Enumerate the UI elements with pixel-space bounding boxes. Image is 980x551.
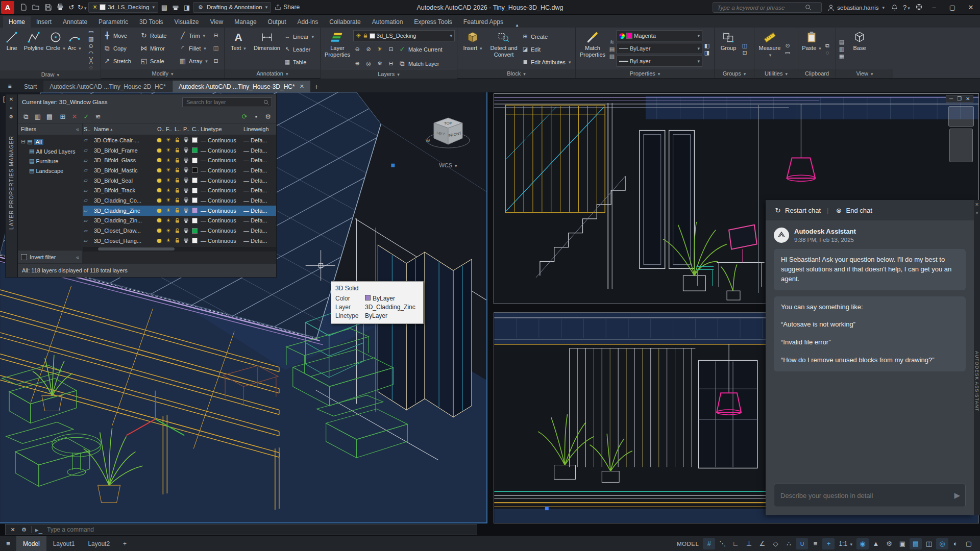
assistant-close-icon[interactable]: ✕ <box>975 202 979 207</box>
transparency-icon[interactable]: ◧ <box>703 43 710 48</box>
panel-label-groups[interactable]: Groups ▾ <box>715 69 754 78</box>
help-search-box[interactable] <box>713 2 822 13</box>
object-snap-tracking-icon[interactable]: ∴ <box>782 538 795 549</box>
panel-label-utilities[interactable]: Utilities ▾ <box>754 69 798 78</box>
scale-button[interactable]: ◱Scale <box>140 55 179 67</box>
view-cube[interactable]: W TOP LEFT FRONT WCS ▾ <box>424 111 473 178</box>
layer-lock-icon[interactable] <box>175 238 180 243</box>
base-view-button[interactable]: Base <box>846 29 873 69</box>
ribbon-tab-3d-tools[interactable]: 3D Tools <box>134 16 168 28</box>
layer-color-swatch[interactable] <box>192 137 198 143</box>
layer-plot-icon[interactable] <box>183 178 189 183</box>
panel-label-annotation[interactable]: Annotation ▾ <box>225 69 320 78</box>
layer-on-icon[interactable] <box>157 209 161 213</box>
layer-lock-icon[interactable] <box>175 167 180 173</box>
paste-button[interactable]: Paste ▾ <box>800 29 823 69</box>
filter-tree-item[interactable]: ⊟▤All <box>18 137 82 146</box>
layer-plot-icon[interactable] <box>183 167 189 173</box>
layout1-tab[interactable]: Layout1 <box>46 536 82 551</box>
help-icon[interactable]: ?▾ <box>902 4 911 11</box>
hatch-tool-icon[interactable]: ▨ <box>87 36 94 42</box>
layer-freeze-icon[interactable]: ☀ <box>166 197 171 204</box>
lineweight-display-icon[interactable]: ≡ <box>809 538 821 549</box>
ribbon-collapse-icon[interactable]: ▴ <box>513 23 521 28</box>
color-dropdown[interactable]: Magenta▾ <box>617 30 702 41</box>
create-block-button[interactable]: ⊞Create <box>522 30 571 43</box>
wcs-menu[interactable]: WCS ▾ <box>424 162 473 168</box>
edit-attributes-button[interactable]: ≣Edit Attributes▾ <box>522 56 571 68</box>
layer-states-icon[interactable]: ▤ <box>45 113 54 120</box>
file-tab-menu-icon[interactable]: ≡ <box>2 81 17 92</box>
layer-on-icon[interactable] <box>157 148 161 153</box>
feedback-icon[interactable] <box>915 4 923 11</box>
layer-freeze-icon[interactable]: ☀ <box>166 187 171 194</box>
maximize-button[interactable]: ▢ <box>945 2 960 14</box>
layout-menu-icon[interactable]: ≡ <box>4 540 12 547</box>
layer-color-swatch[interactable] <box>192 197 198 203</box>
layer-color-swatch[interactable] <box>192 188 198 193</box>
ribbon-tab-annotate[interactable]: Annotate <box>57 16 93 28</box>
collapse-filters-icon[interactable]: « <box>76 126 79 132</box>
annotation-monitor-icon[interactable]: ▣ <box>896 538 909 549</box>
layer-column-header[interactable]: Lineweigh <box>242 126 276 132</box>
user-account-button[interactable]: sebastian.harris▾ <box>826 3 886 12</box>
match-layer-button[interactable]: ⧉Match Layer <box>398 57 439 70</box>
pause-updates-icon[interactable]: ▪ <box>252 113 260 120</box>
layer-plot-icon[interactable] <box>183 228 189 234</box>
open-file-icon[interactable] <box>31 3 41 12</box>
invert-filter-checkbox[interactable] <box>21 254 27 260</box>
ribbon-tab-view[interactable]: View <box>204 16 229 28</box>
restart-chat-button[interactable]: ↻Restart chat <box>774 207 821 214</box>
file-tab-start[interactable]: Start <box>18 81 43 92</box>
cut-clip-icon[interactable]: ◌ <box>824 50 831 56</box>
layer-plot-icon[interactable] <box>183 197 189 203</box>
layer-row[interactable]: ▱3D-Office-Chair-...☀— Continuous— Defa.… <box>83 135 276 145</box>
filter-tree-item[interactable]: ▤Landscape <box>18 166 82 176</box>
settings-gear-icon[interactable]: ⚙ <box>264 113 272 120</box>
navbar-toggle-icon[interactable]: ▥ <box>838 46 845 52</box>
layer-row[interactable]: ▱3D_Bifold_Glass☀— Continuous— Defa... <box>83 155 276 165</box>
panel-label-draw[interactable]: Draw ▾ <box>0 70 101 79</box>
layer-freeze-icon[interactable]: ☀ <box>166 177 171 184</box>
redo-icon[interactable]: ↻▾ <box>78 4 86 11</box>
ribbon-tab-home[interactable]: Home <box>3 16 31 28</box>
layer-column-header[interactable]: C.. <box>191 126 200 132</box>
layer-color-swatch[interactable] <box>192 238 198 243</box>
line-button[interactable]: Line <box>2 29 21 70</box>
layer-color-swatch[interactable] <box>192 178 198 183</box>
rectangle-tool-icon[interactable]: ▭ <box>87 29 94 35</box>
offset-tool-icon[interactable]: ⊡ <box>212 58 219 64</box>
layer-search-input[interactable] <box>185 98 263 106</box>
close-tab-icon[interactable]: ✕ <box>300 83 304 90</box>
copy-button[interactable]: ⧉Copy <box>103 42 140 55</box>
panel-label-modify[interactable]: Modify ▾ <box>101 69 224 78</box>
ribbon-tab-express-tools[interactable]: Express Tools <box>408 16 457 28</box>
save-icon[interactable] <box>43 3 53 12</box>
workspace-dropdown[interactable]: ⚙ Drafting & Annotation▾ <box>193 2 271 13</box>
ribbon-tab-visualize[interactable]: Visualize <box>169 16 205 28</box>
layer-on-icon[interactable] <box>157 179 161 183</box>
layer-plot-icon[interactable] <box>183 238 189 243</box>
layer-row[interactable]: ▱3D_Cladding_Zin...☀— Continuous— Defa..… <box>83 216 276 226</box>
mirror-button[interactable]: ⋈Mirror <box>140 42 179 55</box>
layer-freeze-icon[interactable]: ☀ <box>166 167 171 173</box>
autoscale-icon[interactable]: ▲ <box>870 538 882 549</box>
notification-bell-icon[interactable] <box>890 4 898 12</box>
layer-row[interactable]: ▱3D_Cladding_Co...☀— Continuous— Defa... <box>83 195 276 206</box>
layer-on-icon[interactable] <box>157 239 161 243</box>
ortho-mode-icon[interactable]: ⊥ <box>743 538 755 549</box>
palette-properties-icon[interactable]: ⚙ <box>9 114 14 119</box>
layer-row[interactable]: ▱3D_Bifold_Track☀— Continuous— Defa... <box>83 185 276 195</box>
panel-label-view[interactable]: View ▾ <box>836 69 893 78</box>
layer-search-box[interactable] <box>182 97 272 107</box>
model-tab[interactable]: Model <box>16 536 46 551</box>
move-button[interactable]: ╋Move <box>103 29 140 42</box>
panel-label-layers[interactable]: Layers ▾ <box>321 70 457 79</box>
horizontal-scrollbar[interactable] <box>83 247 276 252</box>
layer-on-icon[interactable] <box>157 158 161 162</box>
drawing-minimize-icon[interactable]: ─ <box>948 96 954 102</box>
circle-button[interactable]: Circle ▾ <box>46 29 65 70</box>
undo-icon[interactable]: ↺ <box>67 4 76 11</box>
layer-plot-icon[interactable] <box>183 188 189 193</box>
collapse-invert-icon[interactable]: « <box>76 254 79 260</box>
